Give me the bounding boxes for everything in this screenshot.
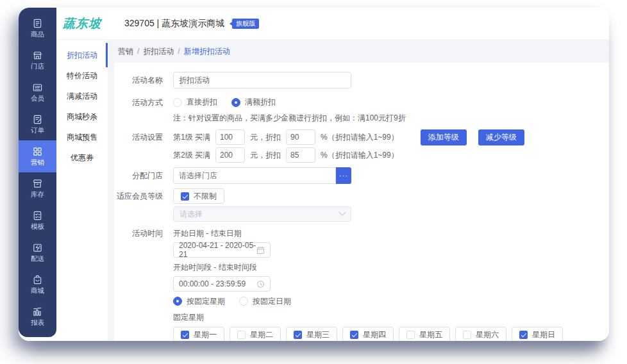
template-icon	[32, 210, 43, 221]
mode-option-amount-discount[interactable]: 满额折扣	[231, 97, 276, 108]
activity-mode-label: 活动方式	[117, 97, 163, 108]
brand-logo: 蔬东坡	[56, 15, 108, 32]
sidebar-item-orders[interactable]: 订单	[19, 108, 56, 140]
secondary-sidebar: 折扣活动 特价活动 满减活动 商城秒杀 商城预售 优惠券	[56, 40, 108, 341]
level1-amount-input[interactable]	[215, 129, 245, 145]
level1-discount-input[interactable]	[286, 129, 315, 145]
weekday-wednesday[interactable]: 星期三	[286, 327, 337, 341]
remove-level-button[interactable]: 减少等级	[478, 129, 524, 145]
checkbox-label: 星期六	[476, 329, 499, 340]
report-chart-icon	[32, 306, 43, 317]
assign-store-label: 分配门店	[117, 167, 163, 184]
submenu-item-coupon[interactable]: 优惠券	[56, 147, 108, 168]
breadcrumb-item[interactable]: 折扣活动	[143, 46, 174, 57]
submenu-item-discount-activity[interactable]: 折扣活动	[56, 45, 108, 65]
inventory-icon	[32, 178, 43, 189]
mode-note: 注：针对设置的商品，买满多少金额进行折扣，例如：满100元打9折	[173, 113, 603, 123]
level-settings-label: 活动设置	[117, 129, 163, 145]
weekday-sunday[interactable]: 星期日	[512, 327, 563, 341]
date-range-input[interactable]: 2020-04-21 - 2020-05-21	[173, 242, 271, 258]
clock-icon	[256, 280, 265, 288]
sidebar-item-report[interactable]: 报表	[19, 301, 56, 333]
radio-icon	[231, 98, 240, 107]
weekday-thursday[interactable]: 星期四	[342, 327, 394, 341]
sidebar-item-goods[interactable]: 商品	[19, 12, 56, 44]
weekday-monday[interactable]: 星期一	[173, 327, 224, 341]
radio-icon	[239, 297, 248, 306]
submenu-item-special-price[interactable]: 特价活动	[56, 65, 108, 86]
app-window: 商品 门店 VIP 会员 订单 营销 库存 模板 配送	[19, 8, 609, 341]
weekday-friday[interactable]: 星期五	[399, 327, 450, 341]
sidebar-item-label: 门店	[31, 62, 44, 71]
submenu-item-presale[interactable]: 商城预售	[56, 127, 108, 147]
sidebar-item-label: 商品	[31, 30, 44, 39]
calendar-icon	[256, 246, 265, 254]
sidebar-item-template[interactable]: 模板	[19, 204, 56, 236]
sidebar-item-label: 营销	[31, 158, 44, 167]
weekday-tuesday[interactable]: 星期二	[230, 327, 281, 341]
primary-sidebar: 商品 门店 VIP 会员 订单 营销 库存 模板 配送	[19, 8, 56, 337]
select-placeholder: 请选择	[180, 209, 203, 220]
time-range-label: 开始时间段 - 结束时间段	[173, 263, 563, 272]
mode-option-direct-discount[interactable]: 直接折扣	[173, 97, 217, 108]
add-level-button[interactable]: 添加等级	[421, 129, 467, 145]
submenu-item-flash-sale[interactable]: 商城秒杀	[56, 106, 108, 127]
checkbox-icon	[350, 331, 358, 339]
breadcrumb-item[interactable]: 营销	[118, 46, 133, 57]
shop-icon	[32, 50, 43, 61]
time-range-value: 00:00:00 - 23:59:59	[179, 279, 246, 288]
checkbox-icon	[181, 331, 189, 339]
time-range-input[interactable]: 00:00:00 - 23:59:59	[173, 276, 271, 292]
mall-bag-icon	[32, 274, 43, 285]
store-select-input[interactable]	[173, 167, 336, 184]
sidebar-item-shop[interactable]: 门店	[19, 44, 56, 76]
sidebar-item-label: 配送	[31, 254, 44, 263]
weekday-saturday[interactable]: 星期六	[455, 327, 506, 341]
marketing-grid-icon	[32, 146, 43, 157]
sidebar-item-delivery[interactable]: 配送	[19, 236, 56, 269]
member-level-label: 适应会员等级	[117, 188, 163, 204]
level2-discount-input[interactable]	[286, 147, 315, 163]
top-bar: 蔬东坡 329705 | 蔬东坡演示商城 旗舰版	[56, 8, 609, 40]
store-more-button[interactable]: ···	[336, 167, 351, 184]
level-mid-text: 元，折扣	[250, 150, 281, 161]
breadcrumb-separator: /	[178, 47, 180, 56]
form-panel: 活动名称 活动方式 直接折扣	[114, 63, 609, 341]
radio-icon	[173, 297, 182, 306]
sidebar-item-marketing[interactable]: 营销	[19, 140, 56, 172]
delivery-icon	[32, 242, 43, 253]
sidebar-item-label: 订单	[31, 126, 44, 135]
level2-amount-input[interactable]	[215, 147, 245, 163]
svg-text:VIP: VIP	[35, 85, 40, 89]
level-mid-text: 元，折扣	[250, 132, 281, 143]
checkbox-label: 星期二	[250, 329, 273, 340]
activity-name-input[interactable]	[173, 72, 351, 88]
unlimited-checkbox[interactable]: 不限制	[173, 188, 224, 204]
sidebar-item-label: 库存	[31, 190, 44, 199]
checkbox-label: 星期一	[194, 329, 217, 340]
fixed-week-label: 固定星期	[173, 313, 563, 322]
checkbox-label: 星期四	[363, 329, 386, 340]
radio-label: 按固定日期	[253, 296, 291, 307]
checkbox-label: 不限制	[194, 191, 217, 202]
radio-label: 直接折扣	[187, 97, 217, 108]
member-level-select[interactable]: 请选择	[173, 206, 351, 222]
repeat-option-fixed-date[interactable]: 按固定日期	[239, 296, 291, 307]
sidebar-item-inventory[interactable]: 库存	[19, 172, 56, 204]
breadcrumb: 营销 / 折扣活动 / 新增折扣活动	[108, 40, 609, 63]
level-prefix: 第2级 买满	[173, 150, 210, 161]
breadcrumb-separator: /	[137, 47, 139, 56]
level-prefix: 第1级 买满	[173, 132, 210, 143]
sidebar-item-member[interactable]: VIP 会员	[19, 76, 56, 108]
date-range-label: 开始日期 - 结束日期	[173, 229, 563, 238]
checkbox-label: 星期五	[419, 329, 442, 340]
submenu-item-full-reduction[interactable]: 满减活动	[56, 86, 108, 106]
vip-card-icon: VIP	[32, 82, 43, 93]
sidebar-item-mall[interactable]: 商城	[19, 269, 56, 301]
checkbox-icon	[237, 331, 246, 339]
checkbox-icon	[294, 331, 302, 339]
checkbox-label: 星期三	[306, 329, 330, 340]
sidebar-item-label: 模板	[31, 222, 44, 231]
repeat-option-fixed-week[interactable]: 按固定星期	[173, 296, 225, 307]
checkbox-label: 星期日	[532, 329, 555, 340]
